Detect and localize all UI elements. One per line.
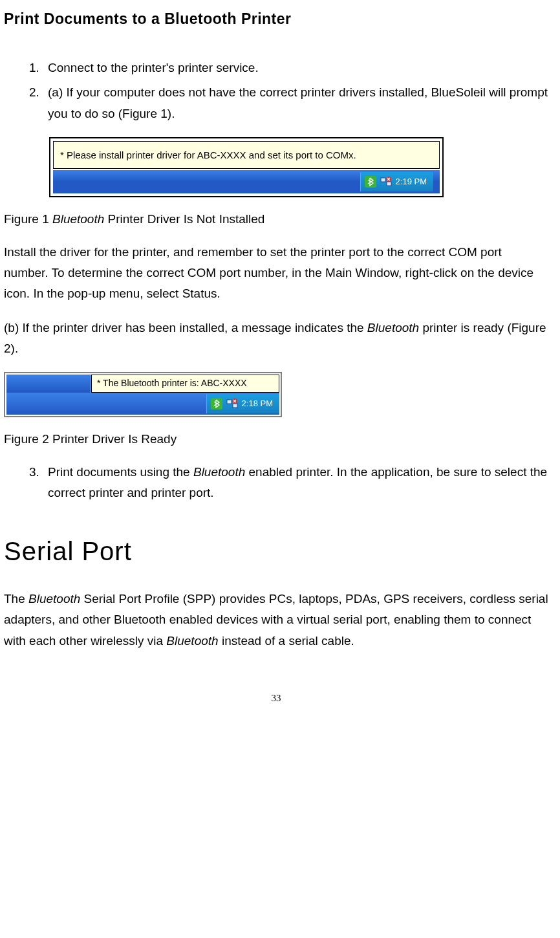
figure-2: * The Bluetooth printer is: ABC-XXXX 2:1… (4, 372, 548, 417)
para3-b: Bluetooth (28, 592, 80, 605)
svg-rect-6 (233, 404, 237, 408)
para3-e: instead of a serial cable. (219, 634, 354, 648)
steps-list-second: Print documents using the Bluetooth enab… (4, 462, 548, 504)
steps-list-first: Connect to the printer's printer service… (4, 58, 548, 124)
figure-2-taskbar: 2:18 PM (6, 393, 279, 415)
section-heading-print: Print Documents to a Bluetooth Printer (4, 6, 548, 32)
figure-2-clock: 2:18 PM (242, 397, 273, 411)
figure-1: * Please install printer driver for ABC-… (49, 137, 548, 198)
fig1-caption-post: Printer Driver Is Not Installed (104, 212, 264, 226)
figure-1-caption: Figure 1 Bluetooth Printer Driver Is Not… (4, 209, 548, 230)
network-error-icon (226, 398, 238, 409)
svg-rect-5 (227, 400, 232, 404)
driver-installed-paragraph: (b) If the printer driver has been insta… (4, 318, 548, 360)
serial-port-paragraph: The Bluetooth Serial Port Profile (SPP) … (4, 589, 548, 651)
step3-pre: Print documents using the (48, 465, 193, 479)
figure-2-systray: 2:18 PM (206, 394, 279, 413)
step-1: Connect to the printer's printer service… (43, 58, 548, 78)
figure-2-taskbar-left (6, 375, 91, 393)
figure-1-systray: 2:19 PM (360, 172, 433, 191)
svg-rect-1 (381, 178, 385, 182)
figure-1-tooltip: * Please install printer driver for ABC-… (53, 141, 440, 169)
bluetooth-icon (211, 398, 222, 409)
step-3: Print documents using the Bluetooth enab… (43, 462, 548, 504)
figure-1-taskbar: 2:19 PM (53, 170, 440, 193)
figure-1-clock: 2:19 PM (396, 175, 427, 189)
page-number: 33 (4, 690, 548, 707)
figure-2-caption: Figure 2 Printer Driver Is Ready (4, 429, 548, 450)
step3-italic: Bluetooth (193, 465, 245, 479)
section-heading-serial-port: Serial Port (4, 529, 548, 573)
figure-2-tooltip: * The Bluetooth printer is: ABC-XXXX (91, 375, 279, 393)
network-error-icon (380, 176, 392, 188)
fig1-caption-pre: Figure 1 (4, 212, 52, 226)
step-2: (a) If your computer does not have the c… (43, 82, 548, 124)
para2-italic: Bluetooth (367, 321, 419, 334)
para3-d: Bluetooth (166, 634, 218, 648)
svg-rect-2 (387, 182, 391, 186)
para2-pre: (b) If the printer driver has been insta… (4, 321, 367, 334)
bluetooth-icon (365, 176, 376, 188)
para3-a: The (4, 592, 28, 605)
fig1-caption-italic: Bluetooth (52, 212, 104, 226)
install-driver-paragraph: Install the driver for the printer, and … (4, 242, 548, 305)
